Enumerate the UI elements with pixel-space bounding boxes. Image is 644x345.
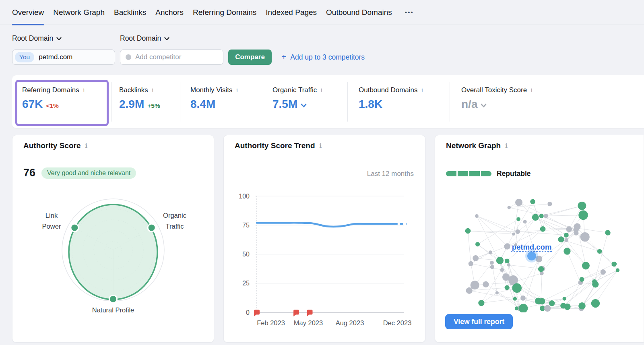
metric-value: n/a xyxy=(461,98,477,111)
network-graph-title: Network Graph xyxy=(446,141,501,150)
you-domain-input[interactable]: You petmd.com xyxy=(12,50,115,65)
metric-value: 7.5M xyxy=(272,98,297,111)
compare-filters: Root Domain Root Domain You petmd.com Ad… xyxy=(12,25,644,75)
metric-label-text: Overall Toxicity Score xyxy=(461,86,527,94)
authority-score-value-row: 76 Very good and niche relevant xyxy=(23,167,136,179)
metric-label: Referring Domainsi xyxy=(22,86,85,94)
chevron-down-icon xyxy=(56,37,62,41)
metric-overall-toxicity-score: Overall Toxicity Scorein/a xyxy=(461,75,533,128)
add-competitor-input[interactable]: Add competitor xyxy=(120,50,223,65)
metric-divider xyxy=(111,82,112,122)
metric-value: 2.9M xyxy=(119,98,144,111)
tab-indexed-pages[interactable]: Indexed Pages xyxy=(266,0,317,25)
y-tick-label: 100 xyxy=(239,193,250,200)
metric-value-row: 8.4M xyxy=(190,98,238,111)
meter-segment xyxy=(469,171,480,176)
network-graph-canvas: petmd.com xyxy=(435,179,644,312)
tab-backlinks[interactable]: Backlinks xyxy=(114,0,146,25)
y-tick-label: 50 xyxy=(242,251,250,258)
info-icon[interactable]: i xyxy=(152,87,154,94)
tab-network-graph[interactable]: Network Graph xyxy=(53,0,105,25)
metric-label: Outbound Domainsi xyxy=(359,86,423,94)
metric-label-text: Organic Traffic xyxy=(272,86,317,94)
info-icon[interactable]: i xyxy=(505,142,508,149)
backlink-analytics-overview-page: OverviewNetwork GraphBacklinksAnchorsRef… xyxy=(0,0,644,345)
metric-value-row: 2.9M+5% xyxy=(119,98,160,111)
you-scope-dropdown[interactable]: Root Domain xyxy=(12,34,62,43)
info-icon[interactable]: i xyxy=(85,142,88,149)
chevron-down-icon xyxy=(164,37,169,41)
meter-segment xyxy=(458,171,468,176)
info-icon[interactable]: i xyxy=(530,87,533,94)
more-tabs-button[interactable]: ••• xyxy=(401,9,414,16)
metric-value-row: 7.5M xyxy=(272,98,322,111)
authority-score-trend-card: Authority Score Trend i Last 12 months 0… xyxy=(223,135,425,343)
metric-monthly-visits: Monthly Visitsi8.4M xyxy=(190,75,238,128)
authority-score-header: Authority Score i xyxy=(12,135,214,156)
summary-metrics-bar: Referring Domainsi67K<1%Backlinksi2.9M+5… xyxy=(12,75,644,128)
metric-label-text: Referring Domains xyxy=(22,86,79,94)
x-tick-label: Feb 2023 xyxy=(257,319,285,326)
authority-score-value: 76 xyxy=(23,167,35,179)
competitor-scope-label: Root Domain xyxy=(120,34,161,43)
y-tick-label: 0 xyxy=(246,309,250,316)
authority-score-title: Authority Score xyxy=(23,141,81,150)
compare-button[interactable]: Compare xyxy=(228,50,272,65)
chevron-down-icon[interactable] xyxy=(481,103,487,107)
metric-label: Monthly Visitsi xyxy=(190,86,238,94)
metric-value: 1.8K xyxy=(359,98,382,111)
metric-value-row: 67K<1% xyxy=(22,98,85,111)
radar-axis-label-organic-traffic: OrganicTraffic xyxy=(163,212,186,230)
you-domain-value: petmd.com xyxy=(39,53,72,61)
authority-score-card: Authority Score i 76 Very good and niche… xyxy=(12,135,214,343)
view-full-report-button[interactable]: View full report xyxy=(445,314,513,329)
tab-overview[interactable]: Overview xyxy=(12,0,44,25)
metric-value-row: 1.8K xyxy=(359,98,423,111)
info-icon[interactable]: i xyxy=(320,87,322,94)
chevron-down-icon[interactable] xyxy=(301,103,307,107)
trend-header: Authority Score Trend i xyxy=(224,135,425,156)
you-badge: You xyxy=(15,52,34,62)
add-competitors-label: Add up to 3 competitors xyxy=(290,53,365,62)
metric-outbound-domains: Outbound Domainsi1.8K xyxy=(359,75,423,128)
trend-range-label: Last 12 months xyxy=(367,170,414,178)
metric-divider xyxy=(347,82,348,122)
authority-score-trend-chart: 0255075100Feb 2023May 2023Aug 2023Dec 20… xyxy=(235,184,415,332)
x-tick-label: Dec 2023 xyxy=(383,319,412,326)
info-icon[interactable]: i xyxy=(83,87,85,94)
authority-score-badge: Very good and niche relevant xyxy=(41,167,136,179)
add-competitors-link[interactable]: + Add up to 3 competitors xyxy=(281,50,365,65)
google-update-flag-icon[interactable] xyxy=(254,310,260,317)
metric-referring-domains: Referring Domainsi67K<1% xyxy=(22,75,85,128)
competitor-scope-dropdown[interactable]: Root Domain xyxy=(120,34,169,43)
google-update-flag-icon[interactable] xyxy=(307,310,313,317)
metric-value: 67K xyxy=(22,98,43,111)
info-icon[interactable]: i xyxy=(421,87,423,94)
network-center-domain-label[interactable]: petmd.com xyxy=(512,243,552,251)
you-scope-label: Root Domain xyxy=(12,34,53,43)
info-icon[interactable]: i xyxy=(320,142,322,149)
metric-label-text: Outbound Domains xyxy=(359,86,417,94)
metric-delta: +5% xyxy=(147,102,160,109)
metric-divider xyxy=(180,82,180,122)
metric-label-text: Monthly Visits xyxy=(190,86,233,94)
plus-icon: + xyxy=(281,52,286,62)
network-graph-header: Network Graph i xyxy=(435,135,644,156)
tab-anchors[interactable]: Anchors xyxy=(155,0,184,25)
y-tick-label: 75 xyxy=(242,222,250,229)
meter-segment xyxy=(481,171,491,176)
report-tabbar: OverviewNetwork GraphBacklinksAnchorsRef… xyxy=(0,0,644,25)
metric-value: 8.4M xyxy=(190,98,215,111)
reputation-meter xyxy=(446,171,491,176)
metric-divider xyxy=(261,82,261,122)
y-tick-label: 25 xyxy=(242,280,250,287)
reputation-meter-row: Reputable xyxy=(446,169,531,178)
info-icon[interactable]: i xyxy=(236,87,238,94)
metric-label-text: Backlinks xyxy=(119,86,148,94)
google-update-flag-icon[interactable] xyxy=(293,310,299,317)
radar-axis-label-link-power: LinkPower xyxy=(42,212,61,230)
favicon-placeholder-icon xyxy=(126,54,131,60)
tab-referring-domains[interactable]: Referring Domains xyxy=(193,0,256,25)
metric-label: Backlinksi xyxy=(119,86,160,94)
tab-outbound-domains[interactable]: Outbound Domains xyxy=(326,0,392,25)
